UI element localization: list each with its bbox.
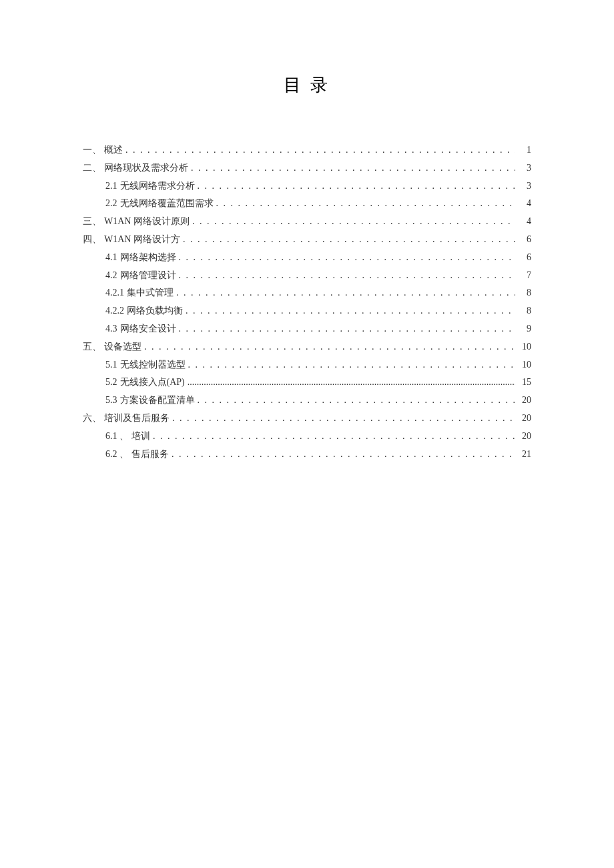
- toc-entry-page: 20: [518, 410, 531, 426]
- toc-leader: [179, 250, 516, 266]
- toc-entry: 6.2 、 售后服务21: [105, 446, 531, 462]
- toc-entry: 4.2 网络管理设计7: [105, 268, 531, 284]
- toc-entry-page: 3: [518, 178, 531, 194]
- toc-entry-text: 网络安全设计: [120, 321, 176, 337]
- toc-entry: 四、W1AN 网络设计方6: [83, 232, 531, 248]
- toc-leader: [176, 285, 515, 301]
- toc-entry-page: 8: [518, 303, 531, 319]
- toc-entry-text: 概述: [104, 142, 123, 158]
- toc-entry-page: 21: [518, 446, 531, 462]
- toc-entry-page: 1: [518, 142, 531, 158]
- toc-entry-text: 无线控制器选型: [120, 357, 186, 373]
- toc-entry-text: 网络现状及需求分析: [104, 160, 188, 176]
- toc-entry-page: 8: [518, 285, 531, 301]
- toc-entry-page: 4: [518, 195, 531, 211]
- toc-entry-text: 网络管理设计: [120, 268, 176, 284]
- toc-entry-prefix: 2.1: [105, 178, 117, 194]
- toc-entry-text: 无线网络需求分析: [120, 178, 195, 194]
- toc-entry-page: 6: [518, 232, 531, 248]
- toc-entry-prefix: 二、: [83, 160, 101, 176]
- toc-entry: 4.1 网络架构选择6: [105, 250, 531, 266]
- toc-entry-text: 售后服务: [131, 446, 169, 462]
- toc-leader: [172, 410, 515, 426]
- toc-entry-text: W1AN 网络设计方: [104, 232, 180, 248]
- toc-leader: [179, 321, 516, 337]
- toc-entry-text: 网络架构选择: [120, 250, 176, 266]
- toc-leader: [179, 268, 516, 284]
- toc-entry: 4.3 网络安全设计9: [105, 321, 531, 337]
- toc-leader: [216, 195, 516, 211]
- toc-entry-prefix: 4.2.1: [105, 285, 124, 301]
- toc-entry: 4.2.1 集中式管理8: [105, 285, 531, 301]
- toc-entry: 五、设备选型10: [83, 339, 531, 355]
- toc-entry: 六、培训及售后服务20: [83, 410, 531, 426]
- toc-list: 一、概述1二、网络现状及需求分析32.1 无线网络需求分析32.2 无线网络覆盖…: [83, 142, 531, 462]
- toc-entry-page: 9: [518, 321, 531, 337]
- toc-leader: [172, 446, 515, 462]
- toc-entry-page: 10: [518, 339, 531, 355]
- toc-entry-prefix: 4.1: [105, 250, 117, 266]
- toc-entry: 一、概述1: [83, 142, 531, 158]
- toc-entry: 5.1 无线控制器选型10: [105, 357, 531, 373]
- toc-leader: [183, 232, 515, 248]
- toc-entry-text: 无线网络覆盖范围需求: [120, 195, 214, 211]
- toc-entry-text: 设备选型: [104, 339, 141, 355]
- toc-entry-prefix: 6.1 、: [105, 428, 129, 444]
- toc-entry-page: 10: [518, 357, 531, 373]
- toc-entry-prefix: 5.3: [105, 392, 117, 408]
- toc-entry-page: 15: [518, 374, 531, 390]
- toc-entry-prefix: 4.2: [105, 268, 117, 284]
- toc-entry-text: 培训: [131, 428, 150, 444]
- toc-entry: 三、W1AN 网络设计原则4: [83, 213, 531, 230]
- toc-leader: [192, 213, 515, 230]
- toc-leader: [144, 339, 515, 355]
- toc-entry: 5.3 方案设备配置清单20: [105, 392, 531, 408]
- toc-entry-prefix: 四、: [83, 232, 101, 248]
- toc-entry-prefix: 5.1: [105, 357, 117, 373]
- toc-entry: 2.1 无线网络需求分析3: [105, 178, 531, 194]
- toc-entry-prefix: 5.2: [105, 374, 117, 390]
- toc-leader: [198, 392, 516, 408]
- toc-leader: [125, 142, 515, 158]
- toc-entry-page: 20: [518, 428, 531, 444]
- toc-entry-prefix: 2.2: [105, 195, 117, 211]
- toc-entry-prefix: 五、: [83, 339, 101, 355]
- toc-entry: 二、网络现状及需求分析3: [83, 160, 531, 176]
- toc-entry: 5.2 无线接入点(AP)15: [105, 374, 531, 390]
- toc-entry-text: 网络负载均衡: [127, 303, 183, 319]
- toc-entry-page: 7: [518, 268, 531, 284]
- toc-entry-prefix: 4.3: [105, 321, 117, 337]
- toc-entry-page: 4: [518, 213, 531, 230]
- toc-leader: [186, 303, 515, 319]
- toc-entry: 2.2 无线网络覆盖范围需求4: [105, 195, 531, 211]
- toc-entry-prefix: 六、: [83, 410, 101, 426]
- toc-entry-prefix: 一、: [83, 142, 101, 158]
- toc-entry-text: W1AN 网络设计原则: [104, 213, 190, 230]
- toc-entry-text: 方案设备配置清单: [120, 392, 195, 408]
- toc-leader: [191, 160, 515, 176]
- toc-leader: [188, 357, 516, 373]
- toc-entry-text: 无线接入点(AP): [120, 374, 185, 390]
- toc-leader: [153, 428, 515, 444]
- toc-entry-page: 20: [518, 392, 531, 408]
- toc-entry-page: 3: [518, 160, 531, 176]
- toc-entry-prefix: 6.2 、: [105, 446, 129, 462]
- toc-leader: [198, 178, 516, 194]
- toc-entry-prefix: 4.2.2: [105, 303, 124, 319]
- toc-title: 目 录: [83, 73, 531, 97]
- toc-entry-text: 集中式管理: [127, 285, 174, 301]
- toc-entry-text: 培训及售后服务: [104, 410, 170, 426]
- toc-entry: 6.1 、 培训20: [105, 428, 531, 444]
- toc-entry: 4.2.2 网络负载均衡8: [105, 303, 531, 319]
- toc-leader: [188, 374, 515, 390]
- toc-entry-prefix: 三、: [83, 213, 101, 230]
- toc-entry-page: 6: [518, 250, 531, 266]
